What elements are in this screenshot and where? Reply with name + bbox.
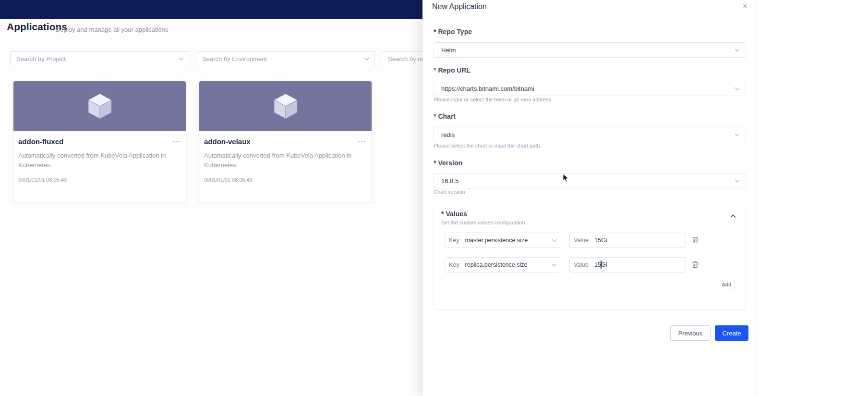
values-value-field[interactable]: Value	[569, 257, 686, 272]
application-name-link[interactable]: addon-fluxcd	[18, 137, 63, 146]
required-mark: *	[434, 28, 436, 36]
repo-url-select[interactable]: https://charts.bitnami.com/bitnami	[434, 81, 746, 96]
key-value: master.persistence.size	[465, 237, 553, 244]
repo-url-hint: Please input or select the helm or git r…	[434, 97, 553, 102]
repo-url-label-text: Repo URL	[438, 66, 470, 74]
value-input[interactable]	[594, 261, 681, 268]
value-label: Value	[574, 261, 589, 268]
version-select[interactable]: 16.8.5	[434, 173, 746, 188]
repo-type-value: Helm	[441, 47, 456, 54]
required-mark: *	[434, 159, 436, 167]
version-label-text: Version	[438, 159, 462, 167]
values-label: *Values	[441, 210, 467, 218]
application-timestamp: 0001/01/01 08:05:43	[204, 177, 367, 183]
application-card-body: addon-velaux ⋯ Automatically converted f…	[199, 131, 372, 183]
chevron-down-icon	[552, 261, 557, 266]
application-card-cover	[13, 81, 186, 131]
trash-icon[interactable]	[692, 236, 699, 244]
repo-url-label: *Repo URL	[434, 66, 470, 74]
application-card-body: addon-fluxcd ⋯ Automatically converted f…	[13, 131, 186, 183]
chart-label: *Chart	[434, 112, 456, 120]
environment-filter-select[interactable]: Search by Environment	[196, 51, 375, 66]
application-description: Automatically converted from KubeVela Ap…	[204, 151, 367, 170]
repo-type-label: *Repo Type	[434, 28, 472, 36]
chevron-down-icon	[735, 131, 740, 136]
previous-button[interactable]: Previous	[670, 325, 711, 341]
application-description: Automatically converted from KubeVela Ap…	[18, 151, 181, 170]
chevron-down-icon	[365, 56, 370, 61]
trash-icon[interactable]	[692, 261, 699, 268]
key-value: replica.persistence.size	[465, 261, 553, 268]
values-key-select[interactable]: Key master.persistence.size	[445, 233, 561, 248]
key-label: Key	[449, 261, 459, 268]
values-subtitle: Set the custom values configuration.	[441, 220, 526, 225]
values-value-field[interactable]: Value	[569, 233, 686, 248]
key-label: Key	[449, 237, 459, 244]
required-mark: *	[441, 210, 444, 218]
project-filter-placeholder: Search by Project	[16, 55, 66, 62]
chevron-down-icon	[735, 177, 740, 182]
chart-label-text: Chart	[438, 112, 456, 120]
kubevela-logo-icon	[87, 93, 112, 120]
chevron-up-icon[interactable]	[729, 212, 737, 220]
chart-select[interactable]: redis	[434, 127, 746, 142]
value-label: Value	[574, 237, 589, 244]
add-value-button[interactable]: Add	[718, 280, 735, 289]
app-window: Applications Deploy and manage all your …	[0, 0, 754, 396]
chevron-down-icon	[179, 56, 184, 61]
chevron-down-icon	[735, 47, 740, 51]
application-card-cover	[199, 81, 372, 131]
kubevela-logo-icon	[273, 93, 298, 120]
application-card[interactable]: addon-fluxcd ⋯ Automatically converted f…	[13, 81, 186, 202]
version-hint: Chart version	[434, 189, 465, 195]
values-label-text: Values	[446, 210, 467, 218]
project-filter-select[interactable]: Search by Project	[10, 51, 189, 66]
values-section: *Values Set the custom values configurat…	[434, 206, 746, 309]
repo-url-value: https://charts.bitnami.com/bitnami	[441, 85, 534, 92]
application-name-link[interactable]: addon-velaux	[204, 137, 251, 146]
chart-value: redis	[441, 131, 455, 138]
more-options-icon[interactable]: ⋯	[358, 139, 367, 144]
version-label: *Version	[434, 159, 462, 167]
chevron-down-icon	[735, 85, 740, 90]
version-value: 16.8.5	[441, 177, 458, 185]
chevron-down-icon	[552, 237, 557, 242]
repo-type-select[interactable]: Helm	[434, 42, 746, 58]
more-options-icon[interactable]: ⋯	[172, 139, 181, 144]
required-mark: *	[434, 66, 436, 74]
application-card[interactable]: addon-velaux ⋯ Automatically converted f…	[199, 81, 372, 202]
chart-hint: Please select the chart or input the cha…	[434, 143, 541, 148]
application-timestamp: 0001/01/01 08:05:43	[18, 177, 181, 183]
values-key-select[interactable]: Key replica.persistence.size	[445, 257, 561, 272]
drawer-title: New Application	[432, 2, 487, 11]
page-subtitle: Deploy and manage all your applications	[56, 26, 168, 33]
create-button[interactable]: Create	[715, 325, 748, 341]
value-input[interactable]	[594, 237, 681, 244]
close-icon[interactable]: ×	[743, 1, 747, 11]
new-application-drawer: New Application × *Repo Type Helm *Repo …	[422, 0, 754, 396]
required-mark: *	[434, 112, 436, 120]
text-caret	[601, 260, 602, 269]
environment-filter-placeholder: Search by Environment	[202, 55, 267, 62]
repo-type-label-text: Repo Type	[438, 28, 472, 36]
